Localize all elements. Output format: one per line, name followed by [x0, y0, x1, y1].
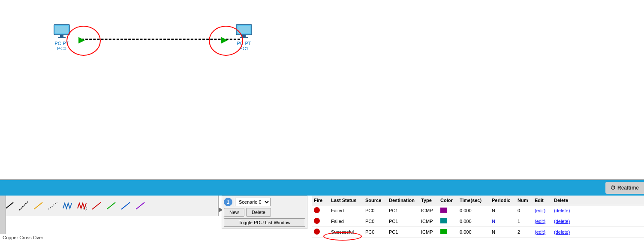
svg-line-16	[136, 202, 144, 209]
row0-status: Failed	[329, 207, 364, 214]
tool-diagonal-black[interactable]	[17, 199, 30, 212]
row1-delete-link[interactable]: (delete)	[554, 219, 570, 224]
row2-source: PC0	[364, 229, 387, 235]
row1-fire[interactable]	[312, 217, 329, 226]
red-line-icon	[91, 201, 102, 211]
header-edit: Edit	[533, 197, 552, 204]
header-destination: Destination	[387, 197, 419, 204]
row1-color	[439, 217, 458, 225]
row2-status: Successful	[329, 229, 364, 235]
row1-destination: PC1	[387, 218, 419, 225]
svg-line-14	[107, 202, 115, 209]
header-time: Time(sec)	[458, 197, 490, 204]
svg-line-11	[48, 202, 57, 209]
row0-fire-circle	[314, 207, 320, 213]
row1-periodic: N	[490, 218, 516, 225]
zigzag-red-circle-icon	[77, 201, 87, 211]
tool-orange[interactable]	[32, 199, 45, 212]
network-canvas[interactable]: PC-PT PC0 PC-PT PC1 ▶ ▶	[0, 0, 644, 180]
row0-source: PC0	[364, 207, 387, 214]
svg-rect-5	[238, 26, 250, 33]
row2-num: 2	[516, 229, 533, 235]
scenario-number: 1	[224, 198, 232, 206]
row0-time: 0.000	[458, 207, 490, 214]
pdu-table-header: Fire Last Status Source Destination Type…	[312, 196, 644, 205]
new-button[interactable]: New	[224, 208, 244, 217]
svg-rect-6	[242, 35, 246, 37]
arrow-pc0: ▶	[78, 35, 84, 45]
row0-delete-link[interactable]: (delete)	[554, 208, 570, 213]
row1-edit-link[interactable]: (edit)	[535, 219, 545, 224]
table-row: Failed PC0 PC1 ICMP 0.000 N 1 (edit) (de…	[312, 216, 644, 227]
pc0-label1: PC-PT	[55, 41, 69, 46]
pdu-table-area: Fire Last Status Source Destination Type…	[312, 196, 644, 238]
tool-zigzag-red-circle[interactable]	[75, 199, 88, 212]
row0-delete[interactable]: (delete)	[552, 207, 576, 214]
header-num: Num	[516, 197, 533, 204]
row1-source: PC0	[364, 218, 387, 225]
tools-row	[0, 196, 219, 216]
row0-type: ICMP	[419, 207, 439, 214]
row2-type: ICMP	[419, 229, 439, 235]
row1-edit[interactable]: (edit)	[533, 218, 552, 225]
scenario-dropdown[interactable]: Scenario 0 Scenario 1	[235, 198, 271, 206]
row1-type: ICMP	[419, 218, 439, 225]
row1-num: 1	[516, 218, 533, 225]
toggle-pdu-button[interactable]: Toggle PDU List Window	[224, 218, 305, 227]
green-line-icon	[106, 201, 116, 211]
dotted-icon	[48, 201, 58, 211]
pc1-node[interactable]: PC-PT PC1	[234, 24, 254, 51]
svg-rect-7	[240, 37, 248, 38]
row2-color-box	[440, 229, 447, 234]
purple-line-icon	[135, 201, 145, 211]
table-row: Failed PC0 PC1 ICMP 0.000 N 0 (edit) (de…	[312, 205, 644, 216]
pc0-label2: PC0	[57, 46, 66, 51]
row0-edit[interactable]: (edit)	[533, 207, 552, 214]
svg-rect-1	[55, 26, 68, 33]
svg-line-10	[34, 202, 42, 209]
header-fire: Fire	[312, 197, 329, 204]
row2-edit-link[interactable]: (edit)	[535, 229, 545, 235]
svg-line-15	[121, 202, 130, 209]
row0-periodic: N	[490, 207, 516, 214]
arrow-pc1: ▶	[221, 35, 227, 45]
diagonal-black-icon	[18, 201, 29, 211]
row0-num: 0	[516, 207, 533, 214]
row0-color-box	[440, 208, 447, 213]
svg-rect-2	[60, 35, 63, 37]
row0-edit-link[interactable]: (edit)	[535, 208, 545, 213]
tool-purple-line[interactable]	[134, 199, 147, 212]
svg-rect-3	[58, 37, 66, 38]
realtime-badge: ⏱ Realtime	[605, 182, 644, 194]
header-color: Color	[439, 197, 458, 204]
delete-button[interactable]: Delete	[246, 208, 271, 217]
row2-delete[interactable]: (delete)	[552, 229, 576, 235]
table-row: Successful PC0 PC1 ICMP 0.000 N 2 (edit)…	[312, 227, 644, 238]
orange-icon	[33, 201, 43, 211]
header-source: Source	[364, 197, 387, 204]
row1-fire-circle	[314, 218, 320, 224]
row2-destination: PC1	[387, 229, 419, 235]
tool-dotted[interactable]	[46, 199, 59, 212]
pc1-label2: PC1	[239, 46, 248, 51]
pc0-icon	[51, 24, 72, 41]
row0-destination: PC1	[387, 207, 419, 214]
row1-status: Failed	[329, 218, 364, 225]
row0-fire[interactable]	[312, 206, 329, 215]
row2-periodic: N	[490, 229, 516, 235]
header-delete: Delete	[552, 197, 576, 204]
header-status: Last Status	[329, 197, 364, 204]
pc0-node[interactable]: PC-PT PC0	[51, 24, 72, 51]
left-scrollbar[interactable]	[0, 196, 6, 234]
tool-red-line[interactable]	[90, 199, 103, 212]
blue-line-icon	[120, 201, 131, 211]
row2-edit[interactable]: (edit)	[533, 229, 552, 235]
tool-blue-line[interactable]	[119, 199, 132, 212]
row2-fire[interactable]	[312, 228, 329, 236]
row1-delete[interactable]: (delete)	[552, 218, 576, 225]
tool-green-line[interactable]	[105, 199, 117, 212]
row2-delete-link[interactable]: (delete)	[554, 229, 570, 235]
blue-toolbar-bar	[0, 180, 644, 196]
zigzag-blue-icon	[62, 201, 72, 211]
tool-zigzag-blue[interactable]	[61, 199, 74, 212]
